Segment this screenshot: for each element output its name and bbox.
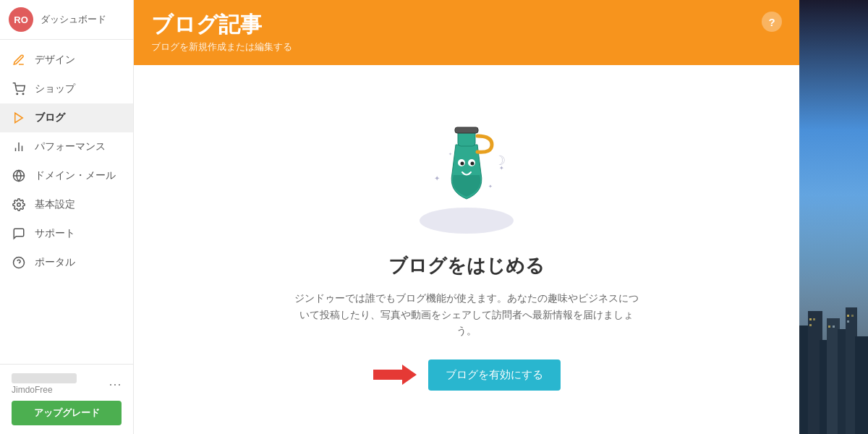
sidebar-item-label: ポータル [35, 256, 75, 269]
sidebar: RO ダッシュボード デザイン ショップ [0, 0, 134, 434]
performance-icon [12, 140, 26, 154]
sidebar-item-label: サポート [35, 227, 75, 240]
account-info: JimdoFree [12, 373, 77, 395]
arrow-icon [373, 364, 417, 386]
svg-point-8 [17, 203, 21, 207]
sidebar-footer: JimdoFree ⋯ アップグレード [0, 364, 133, 434]
nav-menu: デザイン ショップ ブログ [0, 40, 133, 364]
sidebar-item-label: ドメイン・メール [35, 169, 116, 182]
right-panel-photo [799, 0, 868, 434]
blog-heading: ブログをはじめる [388, 253, 545, 278]
svg-rect-34 [828, 326, 830, 328]
svg-point-11 [420, 208, 514, 234]
design-icon [12, 53, 26, 67]
blog-description: ジンドゥーでは誰でもブログ機能が使えます。あなたの趣味やビジネスについて投稿した… [293, 290, 640, 339]
mascot-svg: ✦ ✦ ✦ ✦ ☽ [394, 109, 539, 239]
sidebar-item-blog[interactable]: ブログ [0, 103, 133, 132]
svg-marker-2 [15, 113, 23, 123]
dashboard-label: ダッシュボード [41, 13, 106, 26]
svg-rect-18 [455, 127, 478, 133]
svg-point-1 [22, 93, 24, 95]
svg-rect-31 [809, 318, 812, 320]
page-header: ブログ記事 ブログを新規作成または編集する ? [134, 0, 799, 65]
svg-rect-38 [847, 320, 849, 323]
sidebar-item-label: ブログ [35, 111, 65, 124]
sidebar-item-design[interactable]: デザイン [0, 46, 133, 75]
svg-rect-33 [809, 324, 812, 326]
domain-icon [12, 169, 26, 183]
page-subtitle: ブログを新規作成または編集する [151, 41, 292, 54]
footer-account: JimdoFree ⋯ [12, 373, 122, 395]
svg-rect-36 [847, 315, 849, 317]
shop-icon [12, 82, 26, 96]
blog-illustration: ✦ ✦ ✦ ✦ ☽ [394, 109, 539, 239]
page-content: ✦ ✦ ✦ ✦ ☽ [134, 65, 799, 434]
sidebar-item-domain[interactable]: ドメイン・メール [0, 161, 133, 190]
plan-label: JimdoFree [12, 385, 77, 395]
avatar: RO [9, 7, 33, 32]
blog-icon [12, 111, 26, 125]
sidebar-item-label: 基本設定 [35, 198, 75, 211]
svg-rect-37 [851, 315, 854, 317]
sidebar-item-label: デザイン [35, 54, 75, 67]
svg-point-21 [461, 162, 464, 166]
svg-point-0 [17, 93, 18, 95]
sidebar-header: RO ダッシュボード [0, 0, 133, 40]
sidebar-item-support[interactable]: サポート [0, 219, 133, 248]
cta-row: ブログを有効にする [373, 359, 561, 391]
upgrade-button[interactable]: アップグレード [12, 401, 122, 425]
page-title: ブログ記事 [151, 12, 292, 38]
svg-text:☽: ☽ [494, 153, 506, 168]
svg-rect-35 [833, 326, 835, 328]
sidebar-item-label: パフォーマンス [35, 140, 106, 153]
sidebar-item-label: ショップ [35, 82, 75, 95]
sidebar-item-portal[interactable]: ポータル [0, 248, 133, 277]
svg-rect-30 [855, 336, 868, 434]
svg-rect-32 [813, 318, 815, 320]
main-content: ブログ記事 ブログを新規作成または編集する ? ✦ ✦ ✦ ✦ ☽ [134, 0, 799, 434]
svg-text:✦: ✦ [434, 174, 440, 182]
sidebar-item-shop[interactable]: ショップ [0, 75, 133, 103]
account-menu-button[interactable]: ⋯ [109, 376, 122, 392]
support-icon [12, 226, 26, 241]
help-button[interactable]: ? [762, 12, 782, 32]
portal-icon [12, 255, 26, 270]
buildings-svg [799, 195, 868, 434]
sidebar-item-settings[interactable]: 基本設定 [0, 190, 133, 219]
svg-text:✦: ✦ [488, 184, 493, 189]
account-name-blurred [12, 373, 77, 383]
svg-marker-23 [373, 365, 417, 385]
sidebar-item-performance[interactable]: パフォーマンス [0, 132, 133, 161]
settings-icon [12, 197, 26, 212]
enable-blog-button[interactable]: ブログを有効にする [428, 359, 561, 391]
svg-point-22 [471, 162, 475, 166]
svg-text:✦: ✦ [448, 152, 452, 156]
header-left: ブログ記事 ブログを新規作成または編集する [151, 12, 292, 54]
